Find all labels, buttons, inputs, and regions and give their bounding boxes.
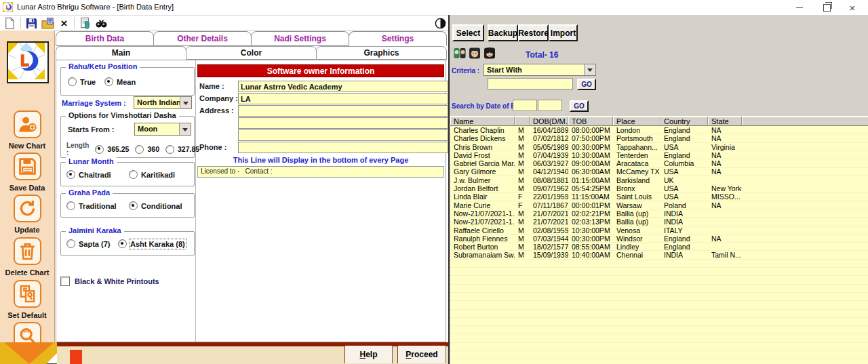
cell-sex: M xyxy=(515,143,530,151)
subtab-color[interactable]: Color xyxy=(186,46,317,60)
radio-label: Traditional xyxy=(79,202,117,210)
new-document-icon[interactable] xyxy=(3,17,16,30)
selected-value: Start With xyxy=(484,64,584,75)
subtab-main[interactable]: Main xyxy=(56,46,186,60)
column-header[interactable]: Place xyxy=(613,117,660,125)
restore-button[interactable]: Restore xyxy=(518,24,549,41)
couple-icon[interactable] xyxy=(454,47,466,59)
radio-icon xyxy=(118,239,127,248)
radio-true[interactable]: True xyxy=(68,77,96,86)
table-row[interactable]: Robert Burton M 18/02/1577 08:55:00AM Li… xyxy=(450,243,868,251)
female-icon[interactable] xyxy=(484,47,496,59)
column-header[interactable] xyxy=(742,117,868,125)
table-row[interactable]: Raffaele Ciriello M 02/08/1959 10:30:00P… xyxy=(450,226,868,235)
company-field[interactable] xyxy=(238,93,448,104)
marriage-system-select[interactable]: North Indian xyxy=(134,96,192,109)
table-row[interactable]: Chris Brown M 05/05/1989 00:30:00PM Tapp… xyxy=(450,143,868,151)
phone-field[interactable] xyxy=(238,142,448,153)
table-row[interactable]: Subramanaiam Sw... M 15/09/1939 10:40:00… xyxy=(450,251,868,259)
column-header[interactable]: Name xyxy=(450,117,515,125)
cell-tob: 05:54:25PM xyxy=(568,184,613,193)
tab-other-details[interactable]: Other Details xyxy=(153,31,252,46)
table-row[interactable]: David Frost M 07/04/1939 10:30:00AM Tent… xyxy=(450,151,868,159)
cell-place: Tappahann... xyxy=(613,143,660,151)
cell-place: Chennai xyxy=(613,251,660,259)
radio-karitikadi[interactable]: Karitikadi xyxy=(129,170,175,179)
window-title: Lunar Astro Bhrigu Software - [Birth Dat… xyxy=(17,3,174,11)
criteria-select[interactable]: Start With xyxy=(484,64,596,76)
table-row[interactable]: Charles Dickens M 07/02/1812 07:50:00PM … xyxy=(450,134,868,142)
dob-go-button[interactable]: GO xyxy=(570,100,589,112)
subtab-label: Graphics xyxy=(363,48,399,58)
radio-mean[interactable]: Mean xyxy=(104,77,136,86)
radio-327[interactable]: 327.85 xyxy=(165,145,199,154)
select-button[interactable]: Select xyxy=(452,24,484,41)
tab-birth-data[interactable]: Birth Data xyxy=(56,31,154,46)
table-row[interactable]: J.w. Bulmer M 08/08/1881 01:15:00AM Bark… xyxy=(450,176,868,184)
delete-icon[interactable]: × xyxy=(58,17,71,30)
column-header[interactable]: Country xyxy=(660,117,708,125)
dob-day-input[interactable] xyxy=(513,100,537,111)
table-row[interactable]: Linda Blair F 22/01/1959 11:15:00AM Sain… xyxy=(450,193,868,201)
tab-nadi-settings[interactable]: Nadi Settings xyxy=(251,31,349,46)
starts-from-select[interactable]: Moon xyxy=(134,123,191,136)
column-header[interactable]: State xyxy=(708,117,742,125)
contrast-toggle-icon[interactable] xyxy=(434,17,447,30)
radio-sapta[interactable]: Sapta (7) xyxy=(66,239,110,248)
male-icon[interactable] xyxy=(469,47,481,59)
search-go-button[interactable]: GO xyxy=(577,79,596,90)
search-text-input[interactable] xyxy=(488,78,573,89)
table-row[interactable]: Gary Gilmore M 04/12/1940 06:30:00AM McC… xyxy=(450,167,868,176)
criteria-label: Criteria : xyxy=(452,67,479,75)
cell-country: ITALY xyxy=(660,226,708,235)
find-icon[interactable] xyxy=(95,17,108,30)
radio-asht-karaka[interactable]: Asht Karaka (8) xyxy=(118,239,185,248)
update-button[interactable]: Update xyxy=(0,195,54,234)
new-chart-button[interactable]: New Chart xyxy=(0,110,54,150)
sidebar-item-label: Set Default xyxy=(0,311,54,319)
backup-button[interactable]: Backup xyxy=(488,24,518,41)
set-default-button[interactable]: Set Default xyxy=(0,280,54,319)
tab-settings[interactable]: Settings xyxy=(349,31,447,46)
name-field[interactable] xyxy=(238,81,448,92)
save-data-button[interactable]: Save Data xyxy=(0,153,54,192)
radio-conditional[interactable]: Conditional xyxy=(129,201,182,210)
cell-sex: M xyxy=(515,151,530,159)
table-row[interactable]: Gabriel Garcia Mar... M 06/03/1927 09:00… xyxy=(450,159,868,167)
subtab-graphics[interactable]: Graphics xyxy=(316,46,447,60)
proceed-button[interactable]: Proceed xyxy=(397,345,446,363)
cell-state xyxy=(708,243,742,251)
minimize-button[interactable] xyxy=(788,0,811,15)
column-header[interactable]: DOB(D/M... xyxy=(530,117,568,125)
table-row[interactable]: Marie Curie F 07/11/1867 00:00:01PM Wars… xyxy=(450,201,868,209)
owner-header-label: Software owner Information xyxy=(267,66,375,76)
address-field-3[interactable] xyxy=(238,129,448,141)
table-row[interactable]: Now-21/07/2021-1... M 21/07/2021 02:02:2… xyxy=(450,209,868,218)
report-icon[interactable] xyxy=(79,17,92,30)
bw-printouts-checkbox[interactable]: Black & White Printouts xyxy=(60,277,159,286)
address-field-2[interactable] xyxy=(238,117,448,129)
dob-month-input[interactable] xyxy=(538,100,562,111)
column-header[interactable]: TOB xyxy=(568,117,613,125)
table-row[interactable]: Jordan Belfort M 09/07/1962 05:54:25PM B… xyxy=(450,184,868,193)
close-button[interactable]: × xyxy=(841,0,864,15)
help-button[interactable]: Help xyxy=(344,345,393,363)
table-row[interactable]: Ranulph Fiennes M 07/03/1944 00:30:00PM … xyxy=(450,235,868,243)
checkbox-label: Black & White Printouts xyxy=(75,277,159,285)
table-row[interactable]: Charles Chaplin M 16/04/1889 08:00:00PM … xyxy=(450,126,868,134)
address-field-1[interactable] xyxy=(238,105,448,117)
save-as-icon[interactable] xyxy=(41,17,54,30)
radio-traditional[interactable]: Traditional xyxy=(66,201,117,210)
table-row[interactable]: Now-21/07/2021-1... M 21/07/2021 02:03:1… xyxy=(450,218,868,226)
maximize-button[interactable] xyxy=(815,0,838,15)
column-header[interactable] xyxy=(515,117,530,125)
radio-365[interactable]: 365.25 xyxy=(95,145,129,154)
radio-chaitradi[interactable]: Chaitradi xyxy=(66,170,111,179)
delete-chart-button[interactable]: Delete Chart xyxy=(0,237,54,277)
save-icon[interactable] xyxy=(25,17,38,30)
tab-label: Other Details xyxy=(177,34,228,43)
import-button[interactable]: Import xyxy=(549,24,578,41)
radio-360[interactable]: 360 xyxy=(135,145,159,154)
radio-label: 360 xyxy=(147,145,159,153)
cell-state xyxy=(708,176,742,184)
